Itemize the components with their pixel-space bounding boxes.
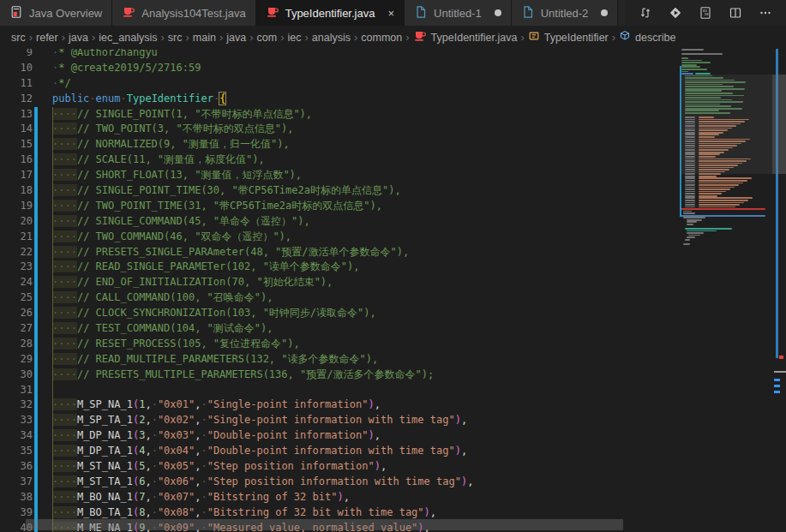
line-number: 20 bbox=[0, 214, 33, 230]
minimap-line bbox=[699, 188, 730, 190]
minimap-line bbox=[681, 53, 723, 55]
tab-analysis104test-java[interactable]: Analysis104Test.java bbox=[112, 0, 255, 26]
code-text: ····M_BO_TA_1(8,·"0x08",·"Bitstring of 3… bbox=[52, 505, 436, 521]
tab-typeidentifier-java[interactable]: TypeIdentifier.java× bbox=[256, 0, 405, 26]
minimap-line bbox=[683, 212, 695, 214]
horizontal-scrollbar[interactable] bbox=[26, 519, 623, 530]
breadcrumb-label: TypeIdentifier bbox=[544, 32, 609, 44]
tab-label: Java Overview bbox=[29, 7, 102, 20]
code-text: ····M_ST_NA_1(5,·"0x05",·"Step position … bbox=[52, 459, 387, 475]
code-text: ····// SCALE(11, "测量值，标度化值"), bbox=[52, 152, 265, 168]
vscode-window: Java OverviewAnalysis104Test.javaTypeIde… bbox=[0, 0, 786, 532]
close-icon[interactable]: × bbox=[387, 8, 394, 19]
line-number: 38 bbox=[0, 490, 33, 505]
line-number: 37 bbox=[0, 475, 33, 490]
code-line-35: 35····M_DP_TA_1(4,·"0x04",·"Double-point… bbox=[0, 444, 680, 459]
line-number: 29 bbox=[0, 352, 33, 368]
line-number: 26 bbox=[0, 306, 33, 321]
git-modified-gutter-bar bbox=[34, 337, 38, 352]
breadcrumb-item-java[interactable]: java bbox=[69, 32, 88, 44]
compare-changes-icon[interactable] bbox=[633, 3, 657, 23]
minimap-line bbox=[685, 191, 695, 193]
line-number: 28 bbox=[0, 337, 33, 352]
breadcrumb-item-iec[interactable]: iec bbox=[287, 32, 301, 44]
overview-ruler-info-mark bbox=[774, 391, 780, 393]
breadcrumb-item-src[interactable]: src bbox=[168, 32, 183, 44]
git-modified-gutter-bar bbox=[34, 230, 38, 245]
breadcrumb-item-src[interactable]: src bbox=[11, 32, 26, 44]
code-text: ·* @create2019/5/2716:59 bbox=[52, 61, 201, 76]
line-number: 25 bbox=[0, 290, 33, 306]
code-text: ·* @AuthorZhangyu bbox=[52, 49, 158, 61]
code-text: ····// READ_SINGLE_PARAMETer(102, "读单个参数… bbox=[52, 260, 360, 275]
tab-java-overview[interactable]: Java Overview bbox=[0, 0, 112, 26]
breadcrumb-label: main bbox=[193, 32, 216, 44]
unsaved-dot-icon[interactable] bbox=[495, 9, 501, 16]
tab-untitled-2[interactable]: Untitled-2 bbox=[512, 0, 619, 26]
breadcrumb-label: analysis bbox=[312, 32, 351, 44]
minimap-line bbox=[680, 208, 765, 210]
chevron-right-icon: › bbox=[354, 31, 357, 44]
git-modified-gutter-bar bbox=[34, 214, 38, 230]
code-line-19: 19····// TWO_POINT_TIME(31, "带CP56Time2a… bbox=[0, 199, 680, 214]
git-modified-gutter-bar bbox=[34, 383, 38, 398]
line-number: 33 bbox=[0, 413, 33, 428]
tab-untitled-1[interactable]: Untitled-1 bbox=[405, 0, 512, 26]
breadcrumb-item-java[interactable]: java bbox=[226, 32, 246, 44]
minimap-line bbox=[685, 197, 695, 199]
breadcrumb-item-analysis[interactable]: analysis bbox=[312, 32, 351, 44]
hex-view-icon[interactable]: 0110 bbox=[693, 3, 717, 23]
git-modified-gutter-bar bbox=[34, 459, 38, 475]
code-line-17: 17····// SHORT_FLOAT(13, "测量值，短浮点数"), bbox=[0, 168, 680, 183]
vertical-scrollbar[interactable] bbox=[772, 75, 786, 174]
minimap-line bbox=[685, 195, 695, 197]
minimap-line bbox=[685, 200, 695, 201]
minimap-line bbox=[687, 221, 697, 223]
minimap-line bbox=[688, 235, 700, 236]
code-text: ····// PRESETS_SINGLE_PARAmeter(48, "预置/… bbox=[52, 245, 409, 260]
breadcrumb-item-com[interactable]: com bbox=[257, 32, 278, 44]
git-modified-gutter-bar bbox=[34, 290, 38, 306]
code-text: ····M_ST_TA_1(6,·"0x06",·"Step position … bbox=[52, 475, 473, 490]
code-line-29: 29····// READ_MULTIPLE_PARAMETERS(132, "… bbox=[0, 352, 680, 368]
minimap-line bbox=[685, 177, 695, 179]
git-modified-gutter-bar bbox=[34, 413, 38, 428]
minimap-line bbox=[685, 202, 695, 204]
overview-ruler-info-mark bbox=[774, 385, 780, 387]
chevron-right-icon: › bbox=[62, 31, 65, 44]
minimap-line bbox=[681, 49, 704, 51]
line-number: 9 bbox=[0, 49, 33, 61]
git-modified-gutter-bar bbox=[34, 475, 38, 490]
code-line-22: 22····// PRESETS_SINGLE_PARAmeter(48, "预… bbox=[0, 245, 680, 260]
minimap-slider[interactable] bbox=[680, 75, 786, 174]
code-text: ····// READ_MULTIPLE_PARAMETERS(132, "读多… bbox=[52, 352, 378, 368]
breadcrumb-item-common[interactable]: common bbox=[361, 32, 402, 44]
minimap-line bbox=[699, 184, 739, 186]
code-text: ····M_DP_NA_1(3,·"0x03",·"Double-point i… bbox=[52, 428, 381, 444]
more-actions-icon[interactable] bbox=[753, 3, 777, 23]
run-java-icon[interactable] bbox=[663, 3, 687, 23]
minimap-line bbox=[685, 228, 732, 230]
breadcrumb-item-iec-analysis[interactable]: iec_analysis bbox=[99, 32, 157, 44]
unsaved-dot-icon[interactable] bbox=[601, 9, 608, 16]
breadcrumb-item-describe[interactable]: describe bbox=[619, 30, 675, 45]
split-editor-icon[interactable] bbox=[723, 3, 747, 23]
git-modified-gutter-bar bbox=[34, 260, 38, 275]
minimap-line bbox=[681, 71, 688, 73]
breadcrumb-item-main[interactable]: main bbox=[193, 32, 216, 44]
minimap-line bbox=[687, 219, 702, 221]
chevron-right-icon: › bbox=[160, 31, 164, 44]
git-modified-gutter-bar bbox=[34, 398, 38, 413]
overview-ruler-info-mark bbox=[774, 379, 780, 381]
breadcrumb-item-typeidentifier-java[interactable]: TypeIdentifier.java bbox=[413, 29, 518, 45]
code-line-10: 10·* @create2019/5/2716:59 bbox=[0, 61, 680, 76]
git-modified-gutter-bar bbox=[34, 428, 38, 444]
breadcrumb-item-refer[interactable]: refer bbox=[36, 32, 58, 44]
git-modified-gutter-bar bbox=[34, 122, 38, 137]
minimap-line bbox=[685, 206, 695, 208]
line-number: 11 bbox=[0, 76, 33, 92]
breadcrumb-item-typeidentifier[interactable]: TypeIdentifier bbox=[528, 30, 609, 45]
code-text: ····// TEST_COMMAND(104, "测试命令"), bbox=[52, 321, 273, 337]
code-editor[interactable]: 9·* @AuthorZhangyu10·* @create2019/5/271… bbox=[0, 49, 786, 532]
code-text: ····// SINGLE_POINT_TIME(30, "带CP56Time2… bbox=[52, 183, 401, 199]
